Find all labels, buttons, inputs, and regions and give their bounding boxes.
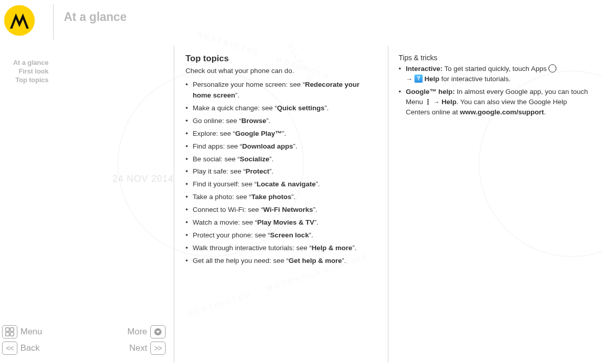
help-icon: ? [414, 75, 423, 83]
topic-link[interactable]: Locate & navigate [257, 180, 316, 188]
svg-rect-3 [10, 332, 14, 336]
motorola-logo [4, 5, 35, 36]
topic-link[interactable]: Screen lock [270, 231, 309, 239]
page-title: At a glance [64, 10, 127, 24]
nav-more[interactable]: More [127, 325, 166, 338]
topic-item: Get all the help you need: see “Get help… [186, 256, 377, 266]
apps-icon: ⋮⋮ [548, 64, 557, 72]
topic-item: Play it safe: see “Protect”. [186, 166, 377, 177]
next-icon: >> [150, 342, 166, 355]
topic-item: Make a quick change: see “Quick settings… [186, 103, 377, 114]
sidebar-item-first-look[interactable]: First look [0, 67, 49, 76]
section-heading: Top topics [186, 54, 377, 64]
nav-back[interactable]: << Back [2, 342, 40, 355]
tip-lead: Google™ help: [406, 88, 455, 95]
topic-link[interactable]: Help & more [312, 244, 353, 252]
topic-item: Explore: see “Google Play™”. [186, 129, 377, 139]
svg-rect-2 [6, 332, 9, 336]
menu-icon [2, 325, 17, 338]
topic-item: Take a photo: see “Take photos”. [186, 192, 377, 203]
tip-google-help: Google™ help: In almost every Google app… [399, 87, 593, 117]
topic-link[interactable]: Wi-Fi Networks [263, 206, 313, 213]
svg-rect-1 [10, 328, 14, 331]
tips-column: Tips & tricks Interactive: To get starte… [399, 54, 598, 120]
topic-item: Find it yourself: see “Locate & navigate… [186, 179, 377, 190]
sidebar-item-top-topics[interactable]: Top topics [0, 76, 49, 85]
section-intro: Check out what your phone can do. [186, 67, 377, 75]
topic-item: Connect to Wi-Fi: see “Wi-Fi Networks”. [186, 205, 377, 215]
header-divider [53, 4, 54, 40]
topic-item: Be social: see “Socialize”. [186, 154, 377, 165]
tip-lead: Interactive: [406, 65, 443, 72]
main-column: Top topics Check out what your phone can… [174, 46, 388, 362]
sidebar-nav: At a glance First look Top topics [0, 59, 49, 85]
bottom-nav: Menu More << Back Next >> [2, 325, 166, 358]
topic-link[interactable]: Quick settings [277, 104, 325, 112]
topic-link[interactable]: Protect [246, 167, 270, 175]
topic-link[interactable]: Google Play™ [235, 130, 282, 137]
topic-link[interactable]: Browse [241, 117, 266, 125]
topic-link[interactable]: Take photos [251, 193, 292, 201]
tips-heading: Tips & tricks [399, 54, 593, 62]
topic-item: Watch a movie: see “Play Movies & TV”. [186, 217, 377, 228]
nav-next[interactable]: Next >> [129, 342, 166, 355]
more-icon [150, 325, 166, 338]
topic-link[interactable]: Socialize [240, 155, 269, 163]
topic-item: Protect your phone: see “Screen lock”. [186, 230, 377, 241]
topic-item: Walk through interactive tutorials: see … [186, 243, 377, 254]
tip-interactive: Interactive: To get started quickly, tou… [399, 64, 593, 84]
topic-item: Go online: see “Browse”. [186, 116, 377, 127]
topic-link[interactable]: Play Movies & TV [257, 219, 314, 226]
back-icon: << [2, 342, 17, 355]
watermark-date: 24 NOV 2014 [112, 174, 174, 184]
topic-item: Find apps: see “Download apps”. [186, 141, 377, 152]
sidebar-item-at-a-glance[interactable]: At a glance [0, 59, 49, 67]
topic-link[interactable]: Get help & more [289, 257, 342, 264]
nav-menu[interactable]: Menu [2, 325, 42, 338]
topic-list: Personalize your home screen: see “Redec… [186, 80, 377, 266]
topic-link[interactable]: Download apps [242, 142, 293, 150]
menu-icon [425, 98, 431, 105]
topic-item: Personalize your home screen: see “Redec… [186, 80, 377, 101]
svg-rect-0 [6, 328, 9, 331]
